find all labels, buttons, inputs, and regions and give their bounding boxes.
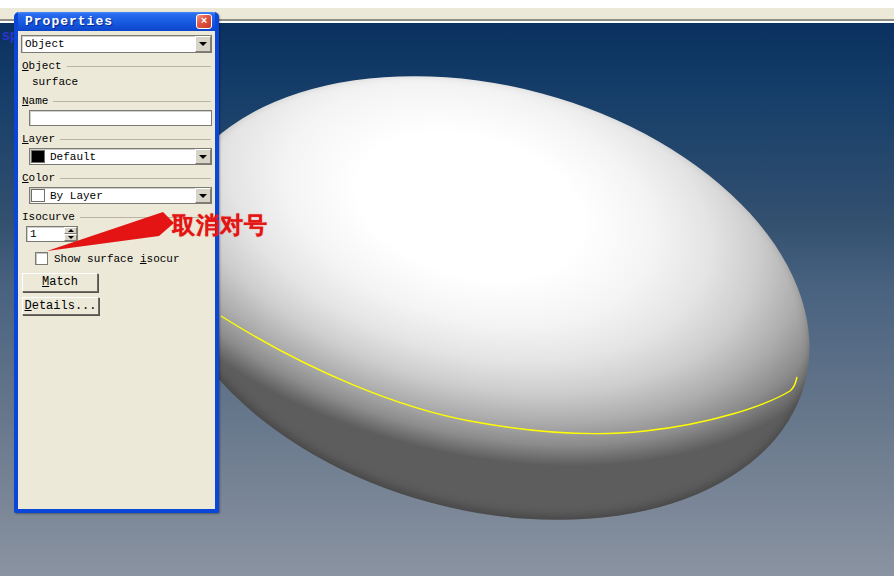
layer-group-header: Layer bbox=[22, 133, 213, 145]
separator-line bbox=[60, 139, 211, 140]
separator-line bbox=[67, 66, 211, 67]
object-group-label: Object bbox=[22, 60, 62, 72]
annotation-text: 取消对号 bbox=[172, 210, 268, 241]
spin-down-button[interactable] bbox=[64, 234, 77, 241]
layer-group-label: Layer bbox=[22, 133, 55, 145]
ellipsoid-surface-object[interactable] bbox=[112, 8, 859, 576]
layer-value: Default bbox=[47, 151, 195, 163]
page-selector-combobox[interactable]: Object bbox=[21, 35, 212, 53]
color-value: By Layer bbox=[47, 190, 195, 202]
show-isocurve-checkbox[interactable] bbox=[35, 252, 48, 265]
isocurve-density-spinner: 1 bbox=[26, 226, 78, 242]
spin-up-button[interactable] bbox=[64, 227, 77, 234]
color-group-header: Color bbox=[22, 172, 213, 184]
object-type-value: surface bbox=[32, 76, 213, 88]
spin-up-icon bbox=[68, 229, 74, 232]
name-group-header: Name bbox=[22, 95, 213, 107]
layer-color-swatch bbox=[31, 150, 45, 163]
color-combobox[interactable]: By Layer bbox=[29, 187, 212, 204]
isocurve-density-value[interactable]: 1 bbox=[27, 227, 64, 241]
chevron-down-icon bbox=[199, 155, 207, 159]
properties-dialog: Properties × Object Object surface Name bbox=[14, 12, 219, 513]
isocurve-group-label: Isocurve bbox=[22, 211, 75, 223]
dropdown-button[interactable] bbox=[195, 188, 211, 203]
spinner-buttons bbox=[64, 227, 77, 241]
dropdown-button[interactable] bbox=[195, 149, 211, 164]
chevron-down-icon bbox=[199, 42, 207, 46]
separator-line bbox=[53, 101, 211, 102]
close-button[interactable]: × bbox=[196, 14, 212, 29]
dialog-title: Properties bbox=[25, 14, 113, 29]
display-color-swatch bbox=[31, 189, 45, 202]
details-button[interactable]: Details... bbox=[22, 297, 99, 315]
color-group-label: Color bbox=[22, 172, 55, 184]
chevron-down-icon bbox=[199, 194, 207, 198]
dialog-client-area: Object Object surface Name Layer bbox=[18, 31, 215, 315]
show-isocurve-row: Show surface isocur bbox=[35, 252, 213, 265]
object-group-header: Object bbox=[22, 60, 213, 72]
separator-line bbox=[60, 178, 211, 179]
match-button[interactable]: Match bbox=[22, 273, 98, 292]
spin-down-icon bbox=[68, 236, 74, 239]
show-isocurve-label: Show surface isocur bbox=[54, 253, 180, 265]
close-icon: × bbox=[201, 15, 208, 27]
dialog-titlebar[interactable]: Properties × bbox=[18, 12, 215, 31]
name-group-label: Name bbox=[22, 95, 48, 107]
dropdown-button[interactable] bbox=[195, 36, 211, 52]
app-window: sp 取消对号 Properties × Object Object bbox=[0, 0, 894, 576]
page-selector-value: Object bbox=[22, 38, 195, 50]
name-input[interactable] bbox=[29, 110, 212, 126]
toolbar-strip-top bbox=[0, 0, 894, 8]
layer-combobox[interactable]: Default bbox=[29, 148, 212, 165]
